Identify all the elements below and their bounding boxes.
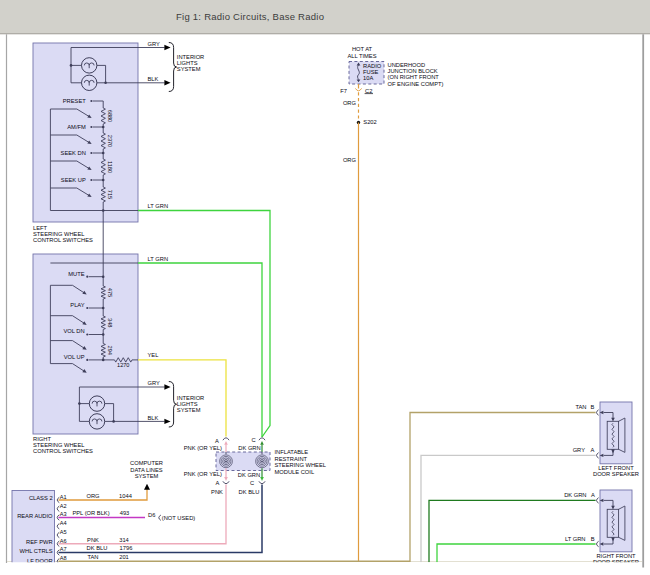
svg-text:PNK: PNK: [87, 537, 99, 543]
svg-text:PNK (OR YEL): PNK (OR YEL): [184, 445, 222, 451]
svg-text:REF PWR: REF PWR: [26, 539, 53, 545]
svg-text:A: A: [591, 492, 595, 498]
svg-text:INFLATABLE: INFLATABLE: [275, 449, 309, 455]
svg-text:INTERIOR: INTERIOR: [177, 395, 204, 401]
svg-text:PNK (OR YEL): PNK (OR YEL): [184, 471, 222, 477]
svg-text:294: 294: [107, 346, 113, 355]
svg-text:C: C: [250, 480, 254, 486]
svg-text:LEFT: LEFT: [33, 225, 48, 231]
svg-text:UNDERHOOD: UNDERHOOD: [388, 62, 426, 68]
svg-text:10A: 10A: [363, 75, 373, 81]
svg-text:DK GRN: DK GRN: [564, 492, 586, 498]
svg-text:PRESET: PRESET: [63, 98, 86, 104]
svg-text:STEERING WHEEL: STEERING WHEEL: [33, 442, 84, 448]
svg-text:A: A: [590, 447, 594, 453]
svg-text:A4: A4: [60, 520, 67, 526]
svg-text:1796: 1796: [120, 545, 133, 551]
svg-text:ALL TIMES: ALL TIMES: [347, 53, 376, 59]
svg-text:BLK: BLK: [148, 415, 159, 421]
svg-text:OF ENGINE COMPT): OF ENGINE COMPT): [388, 81, 444, 87]
svg-text:VOL UP: VOL UP: [64, 354, 85, 360]
svg-text:A3: A3: [60, 511, 67, 517]
svg-text:MODULE COIL: MODULE COIL: [275, 469, 315, 475]
svg-text:A: A: [215, 480, 219, 486]
svg-text:GRY: GRY: [148, 380, 161, 386]
svg-text:DK BLU: DK BLU: [239, 489, 260, 495]
svg-text:1270: 1270: [117, 362, 129, 368]
svg-text:S202: S202: [363, 119, 376, 125]
svg-text:SYSTEM: SYSTEM: [177, 66, 201, 72]
svg-text:PNK: PNK: [211, 489, 223, 495]
svg-text:F7: F7: [340, 88, 347, 94]
svg-text:2370: 2370: [107, 135, 113, 147]
svg-text:TAN: TAN: [87, 554, 98, 560]
svg-text:1180: 1180: [107, 161, 113, 173]
svg-text:A: A: [215, 438, 219, 444]
svg-text:Fig 1: Radio Circuits, Base Ra: Fig 1: Radio Circuits, Base Radio: [176, 11, 324, 22]
svg-text:DATA LINES: DATA LINES: [130, 467, 163, 473]
svg-text:CONTROL SWITCHES: CONTROL SWITCHES: [33, 448, 93, 454]
svg-text:ORG: ORG: [343, 100, 357, 106]
svg-text:(NOT USED): (NOT USED): [162, 515, 196, 521]
svg-text:RIGHT: RIGHT: [33, 436, 51, 442]
svg-text:A7: A7: [60, 546, 67, 552]
svg-text:LT GRN: LT GRN: [565, 536, 586, 542]
svg-text:MUTE: MUTE: [68, 271, 84, 277]
svg-text:STEERING WHEEL: STEERING WHEEL: [33, 231, 84, 237]
svg-text:(ON RIGHT FRONT: (ON RIGHT FRONT: [388, 74, 440, 80]
svg-text:A6: A6: [60, 538, 67, 544]
svg-text:A5: A5: [60, 529, 67, 535]
svg-text:JUNCTION BLOCK: JUNCTION BLOCK: [388, 68, 438, 74]
svg-text:201: 201: [119, 554, 129, 560]
svg-text:LIGHTS: LIGHTS: [177, 60, 198, 66]
svg-text:GRY: GRY: [148, 41, 161, 47]
svg-text:ORG: ORG: [86, 493, 100, 499]
svg-text:SEEK DN: SEEK DN: [61, 150, 86, 156]
svg-text:348: 348: [107, 318, 113, 327]
svg-text:A1: A1: [60, 494, 67, 500]
svg-text:DK BLU: DK BLU: [87, 545, 108, 551]
svg-text:SYSTEM: SYSTEM: [177, 407, 201, 413]
svg-text:LEFT FRONT: LEFT FRONT: [598, 465, 634, 471]
svg-text:SYSTEM: SYSTEM: [135, 473, 159, 479]
svg-text:GRY: GRY: [573, 447, 586, 453]
svg-text:1044: 1044: [119, 493, 133, 499]
svg-text:PPL (OR BLK): PPL (OR BLK): [72, 510, 109, 516]
svg-text:COMPUTER: COMPUTER: [130, 460, 163, 466]
svg-text:REAR AUDIO: REAR AUDIO: [17, 513, 53, 519]
svg-text:LT GRN: LT GRN: [148, 256, 169, 262]
svg-text:A8: A8: [60, 555, 67, 561]
svg-text:DOOR SPEAKER: DOOR SPEAKER: [593, 471, 639, 477]
svg-text:D6: D6: [148, 512, 155, 518]
svg-text:DK GRN: DK GRN: [238, 445, 260, 451]
svg-text:CONTROL SWITCHES: CONTROL SWITCHES: [33, 237, 93, 243]
svg-text:B: B: [591, 536, 595, 542]
svg-text:RESTRAINT: RESTRAINT: [275, 456, 308, 462]
svg-text:ORG: ORG: [343, 157, 357, 163]
svg-text:BLK: BLK: [148, 76, 159, 82]
svg-text:RIGHT FRONT: RIGHT FRONT: [596, 553, 636, 559]
svg-text:HOT AT: HOT AT: [352, 46, 373, 52]
svg-text:493: 493: [120, 510, 130, 516]
svg-text:LT GRN: LT GRN: [148, 203, 169, 209]
svg-text:715: 715: [107, 190, 113, 199]
svg-text:CLASS 2: CLASS 2: [29, 495, 53, 501]
svg-text:314: 314: [119, 537, 129, 543]
svg-text:475: 475: [107, 288, 113, 297]
svg-text:A2: A2: [60, 503, 67, 509]
svg-text:WHL CTRLS: WHL CTRLS: [20, 548, 53, 554]
svg-text:AM/FM: AM/FM: [67, 124, 86, 130]
svg-text:VOL DN: VOL DN: [63, 328, 84, 334]
svg-text:STEERING WHEEL: STEERING WHEEL: [275, 462, 326, 468]
svg-text:B: B: [590, 404, 594, 410]
svg-text:C2: C2: [365, 88, 372, 94]
svg-text:TAN: TAN: [575, 404, 586, 410]
svg-text:LIGHTS: LIGHTS: [177, 401, 198, 407]
svg-text:INTERIOR: INTERIOR: [177, 54, 204, 60]
svg-text:YEL: YEL: [148, 352, 159, 358]
svg-text:C: C: [251, 437, 255, 443]
svg-text:DK GRN: DK GRN: [238, 472, 260, 478]
svg-text:6880: 6880: [107, 110, 113, 122]
svg-text:PLAY: PLAY: [70, 302, 84, 308]
svg-text:SEEK UP: SEEK UP: [61, 177, 86, 183]
